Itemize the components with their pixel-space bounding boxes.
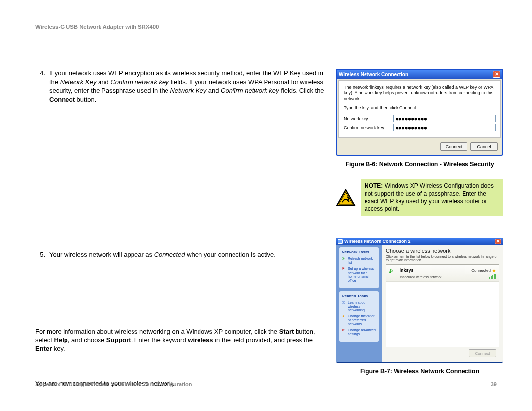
dialog-footer: Connect xyxy=(386,347,499,359)
t: Connect xyxy=(49,96,75,103)
t: Change the order of preferred networks xyxy=(348,314,376,326)
t: Help xyxy=(54,336,68,343)
network-key-input[interactable]: ●●●●●●●●●● xyxy=(393,115,496,122)
footer-page-number: 39 xyxy=(491,381,497,387)
network-list: linksys Connected ★ Unsecured wireless n… xyxy=(386,264,499,347)
t: button. xyxy=(75,96,96,103)
main-subtext: Click an item in the list below to conne… xyxy=(386,255,499,262)
help-paragraph: For more information about wireless netw… xyxy=(35,327,326,353)
advanced-settings-link[interactable]: ✿Change advanced settings xyxy=(342,328,376,336)
t: and xyxy=(96,78,110,86)
t: Network Key xyxy=(60,78,97,86)
dialog-buttons: Connect Cancel xyxy=(337,139,502,155)
dialog-text: Type the key, and then click Connect. xyxy=(344,105,496,111)
right-column: Wireless Network Connection ✕ The networ… xyxy=(336,69,503,388)
t: wireless xyxy=(188,336,213,343)
connect-button[interactable]: Connect xyxy=(440,142,467,151)
t: Confirm network key xyxy=(221,87,279,94)
step-number: 5. xyxy=(35,250,45,259)
t: in the field provided, and press the xyxy=(213,336,313,343)
t: key. xyxy=(52,345,65,352)
dialog-titlebar: Wireless Network Connection ✕ xyxy=(337,70,502,79)
choose-network-dialog: Wireless Network Connection 2 ✕ Network … xyxy=(336,238,503,363)
sidebar-heading: Related Tasks xyxy=(342,294,376,298)
connect-button[interactable]: Connect xyxy=(469,349,496,357)
network-key-row: Network key: ●●●●●●●●●● xyxy=(344,115,496,122)
sidebar-heading: Network Tasks xyxy=(342,250,376,254)
t: , and choose xyxy=(68,336,106,343)
t: Start xyxy=(279,328,294,335)
warning-icon xyxy=(336,189,356,206)
t: Network xyxy=(344,116,362,121)
network-item[interactable]: linksys Connected ★ Unsecured wireless n… xyxy=(386,265,499,282)
note-lead: NOTE: xyxy=(365,182,383,189)
left-column: 4. If your network uses WEP encryption a… xyxy=(35,69,326,388)
dialog-text: The network 'linksys' requires a network… xyxy=(344,85,496,102)
t: . Enter the keyword xyxy=(131,336,188,343)
t: Network Key xyxy=(170,87,206,94)
close-icon[interactable]: ✕ xyxy=(495,239,501,244)
close-icon[interactable]: ✕ xyxy=(493,71,500,78)
step-4: 4. If your network uses WEP encryption a… xyxy=(35,69,326,103)
t: when your connection is active. xyxy=(185,251,276,258)
t: nfirm network key: xyxy=(350,125,386,130)
dialog-body: The network 'linksys' requires a network… xyxy=(338,80,501,138)
t: Set up a wireless network for a home or … xyxy=(348,267,376,282)
note-row: NOTE: Windows XP Wireless Configuration … xyxy=(336,179,503,216)
t: fields. Click the xyxy=(279,87,324,94)
t: Your wireless network will appear as xyxy=(49,251,154,258)
refresh-icon: ⟳ xyxy=(342,257,346,261)
footer-divider xyxy=(35,377,497,377)
wireless-icon xyxy=(338,239,343,244)
t: Confirm network key xyxy=(110,78,168,86)
dialog-content: Network Tasks ⟳Refresh network list ⚑Set… xyxy=(336,245,503,362)
dialog-titlebar: Wireless Network Connection 2 ✕ xyxy=(336,238,503,245)
network-status: Connected xyxy=(471,268,491,273)
confirm-key-input[interactable]: ●●●●●●●●●● xyxy=(393,124,496,131)
info-icon: ⓘ xyxy=(342,301,346,305)
network-name: linksys xyxy=(399,268,471,273)
star-icon: ★ xyxy=(342,314,346,318)
related-tasks-group: Related Tasks ⓘLearn about wireless netw… xyxy=(339,291,379,342)
figure-caption-b7: Figure B-7: Wireless Network Connection xyxy=(336,368,503,375)
t: Change advanced settings xyxy=(348,328,376,336)
signal-bars-icon xyxy=(489,274,496,279)
t: Refresh network list xyxy=(348,257,376,265)
note-text: Windows XP Wireless Configuration does n… xyxy=(365,182,494,212)
step-text: Your wireless network will appear as Con… xyxy=(49,250,326,259)
t: Connected xyxy=(154,251,185,258)
t: Enter xyxy=(35,345,52,352)
footer-left: Appendix B: Using Windows XP Wireless Ze… xyxy=(35,381,192,387)
star-icon: ★ xyxy=(492,268,496,273)
t: Support xyxy=(106,336,131,343)
signal-icon xyxy=(389,267,397,274)
change-order-link[interactable]: ★Change the order of preferred networks xyxy=(342,314,376,326)
t: For more information about wireless netw… xyxy=(35,328,279,335)
setup-icon: ⚑ xyxy=(342,267,346,271)
network-key-label: Network key: xyxy=(344,116,393,121)
t: ey: xyxy=(364,116,369,121)
step-text: If your network uses WEP encryption as i… xyxy=(49,69,326,103)
confirm-key-label: Confirm network key: xyxy=(344,125,393,130)
t: Learn about wireless networking xyxy=(348,301,376,312)
sidebar: Network Tasks ⟳Refresh network list ⚑Set… xyxy=(336,245,382,362)
footer: Appendix B: Using Windows XP Wireless Ze… xyxy=(35,381,497,387)
gear-icon: ✿ xyxy=(342,328,346,332)
confirm-key-row: Confirm network key: ●●●●●●●●●● xyxy=(344,124,496,131)
cancel-button[interactable]: Cancel xyxy=(470,142,498,151)
wireless-key-dialog: Wireless Network Connection ✕ The networ… xyxy=(336,69,503,156)
figure-caption-b6: Figure B-6: Network Connection - Wireles… xyxy=(336,161,503,168)
t: and xyxy=(206,87,221,94)
network-tasks-group: Network Tasks ⟳Refresh network list ⚑Set… xyxy=(339,247,379,288)
main-heading: Choose a wireless network xyxy=(386,248,499,254)
network-type: Unsecured wireless network xyxy=(399,275,442,279)
dialog-title: Wireless Network Connection 2 xyxy=(344,239,410,244)
step-5: 5. Your wireless network will appear as … xyxy=(35,250,326,259)
step-number: 4. xyxy=(35,69,45,103)
main-panel: Choose a wireless network Click an item … xyxy=(382,245,503,362)
setup-network-link[interactable]: ⚑Set up a wireless network for a home or… xyxy=(342,267,376,282)
dialog-title: Wireless Network Connection xyxy=(339,72,408,77)
learn-wireless-link[interactable]: ⓘLearn about wireless networking xyxy=(342,301,376,312)
refresh-network-link[interactable]: ⟳Refresh network list xyxy=(342,257,376,265)
note-box: NOTE: Windows XP Wireless Configuration … xyxy=(361,179,503,216)
